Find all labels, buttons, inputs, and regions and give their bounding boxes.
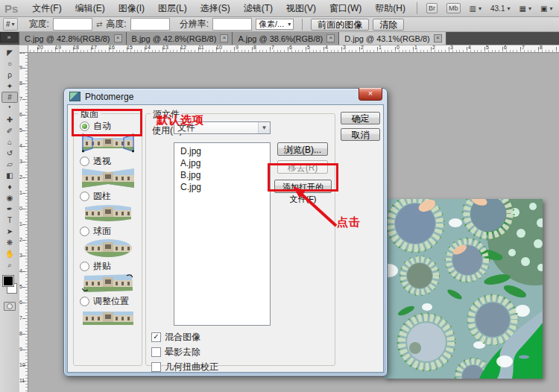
foreground-color-swatch[interactable] — [2, 275, 14, 287]
menu-item[interactable]: 滤镜(T) — [237, 3, 280, 13]
menu-item[interactable]: 视图(V) — [280, 3, 323, 13]
ruler-number: 6 — [19, 112, 22, 117]
document-tab-label: B.jpg @ 42.8%(RGB/8) — [132, 34, 217, 43]
close-tab-icon[interactable]: × — [326, 34, 335, 42]
radio-button[interactable] — [80, 192, 89, 201]
move-tool-icon[interactable]: ◤ — [1, 47, 19, 58]
menu-item[interactable]: 图像(I) — [112, 3, 151, 13]
clear-button[interactable]: 清除 — [373, 19, 404, 31]
ruler-number: 1 — [19, 190, 22, 195]
layout-option-radio-row[interactable]: 球面 — [74, 226, 142, 237]
document-image[interactable] — [384, 199, 543, 379]
pen-tool-icon[interactable]: ✒ — [1, 203, 19, 215]
blur-tool-icon[interactable]: ♦ — [1, 181, 19, 192]
layout-option-radio-row[interactable]: 透视 — [74, 156, 142, 167]
zoom-tool-icon[interactable]: ⌕ — [1, 259, 19, 271]
layout-option-radio-row[interactable]: 调整位置 — [74, 296, 142, 307]
dialog-title-bar[interactable]: Photomerge — [64, 89, 387, 104]
layout-option-thumbnail — [74, 203, 142, 223]
close-button[interactable]: × — [359, 88, 382, 101]
quick-selection-tool-icon[interactable]: ✦ — [1, 80, 19, 92]
checkbox-box[interactable] — [151, 347, 161, 357]
file-list-item[interactable]: A.jpg — [174, 157, 270, 169]
ruler-number: 3 — [19, 253, 22, 258]
file-list-item[interactable]: D.jpg — [174, 145, 270, 157]
checkbox-vignette-removal[interactable]: 晕影去除 — [151, 346, 200, 358]
layout-option-thumbnail — [74, 168, 142, 188]
checkbox-blend-images[interactable]: ✓混合图像 — [151, 331, 200, 344]
ruler-number: 0 — [397, 45, 399, 50]
height-input[interactable] — [130, 18, 170, 31]
gradient-tool-icon[interactable]: ◧ — [1, 170, 19, 181]
menu-item[interactable]: 图层(L) — [151, 3, 194, 13]
width-input[interactable] — [53, 18, 92, 31]
launch-bridge-icon-glyph: Br — [426, 3, 438, 13]
arrange-documents-icon[interactable]: ▦▾ — [519, 3, 531, 13]
document-tab[interactable]: D.jpg @ 43.1%(RGB/8)× — [339, 32, 446, 45]
file-list[interactable]: D.jpgA.jpgB.jpgC.jpg — [174, 142, 271, 326]
dodge-tool-icon[interactable]: ◉ — [1, 192, 19, 203]
screen-mode-icon[interactable]: ▣▾ — [540, 3, 552, 13]
marquee-tool-icon[interactable]: ○ — [1, 58, 19, 69]
cancel-button[interactable]: 取消 — [341, 128, 380, 141]
menu-item[interactable]: 编辑(E) — [69, 3, 112, 13]
document-tab[interactable]: C.jpg @ 42.8%(RGB/8)× — [19, 32, 127, 45]
type-tool-icon[interactable]: T — [1, 215, 19, 226]
layout-option-cylindrical: 圆柱 — [74, 191, 142, 226]
launch-bridge-icon[interactable]: Br — [426, 3, 438, 13]
file-list-item[interactable]: B.jpg — [174, 169, 270, 181]
layout-option-label: 圆柱 — [93, 190, 111, 203]
ok-button[interactable]: 确定 — [341, 112, 380, 124]
document-tab[interactable]: A.jpg @ 38.6%(RGB/8)× — [233, 32, 339, 45]
quick-mask-icon[interactable] — [4, 302, 16, 311]
ruler-number: 17 — [91, 45, 97, 50]
collapse-panels-icon[interactable]: » — [0, 32, 18, 42]
checkbox-box[interactable] — [151, 362, 161, 372]
swap-dimensions-icon[interactable]: ⇄ — [96, 20, 102, 28]
hand-tool-icon[interactable]: ✋ — [1, 248, 19, 259]
checkbox-box[interactable]: ✓ — [151, 332, 161, 342]
close-tab-icon[interactable]: × — [114, 34, 122, 42]
menu-item[interactable]: 帮助(H) — [368, 3, 412, 13]
radio-button[interactable] — [80, 157, 89, 166]
eyedropper-tool-icon[interactable]: ❜ — [1, 103, 19, 114]
radio-button[interactable] — [80, 227, 89, 236]
eraser-tool-icon[interactable]: ▱ — [1, 159, 19, 170]
view-extras-icon[interactable]: ▥▾ — [470, 3, 481, 13]
front-image-button[interactable]: 前面的图像 — [311, 19, 369, 31]
file-list-item[interactable]: C.jpg — [174, 181, 270, 193]
path-selection-tool-icon[interactable]: ➤ — [1, 226, 19, 237]
chevron-down-icon: ▾ — [288, 21, 291, 28]
layout-option-radio-row[interactable]: 拼贴 — [74, 261, 142, 272]
layout-option-spherical: 球面 — [74, 226, 142, 261]
resolution-input[interactable] — [212, 18, 252, 31]
resolution-label: 分辨率: — [180, 18, 209, 31]
history-brush-tool-icon[interactable]: ↺ — [1, 148, 19, 159]
collage-preview-image — [82, 274, 134, 293]
close-tab-icon[interactable]: × — [434, 34, 442, 42]
checkbox-label: 几何扭曲校正 — [165, 361, 218, 373]
brush-tool-icon[interactable]: ✐ — [1, 125, 19, 136]
document-tab[interactable]: B.jpg @ 42.8%(RGB/8)× — [127, 32, 233, 45]
launch-mini-bridge-icon[interactable]: Mb — [446, 3, 461, 13]
checkbox-geometric-distortion[interactable]: 几何扭曲校正 — [151, 361, 218, 373]
close-tab-icon[interactable]: × — [220, 34, 228, 42]
resolution-unit-select[interactable]: 像素/... ▾ — [256, 19, 294, 30]
menu-item[interactable]: 窗口(W) — [323, 3, 368, 13]
lasso-tool-icon[interactable]: ρ — [1, 69, 19, 80]
menu-item[interactable]: 文件(F) — [25, 3, 68, 13]
radio-button[interactable] — [80, 297, 89, 306]
ruler-number: 8 — [19, 331, 22, 336]
layout-option-radio-row[interactable]: 圆柱 — [74, 191, 142, 202]
radio-button[interactable] — [80, 262, 89, 271]
crop-tool-preset[interactable]: # ▾ — [3, 18, 18, 31]
browse-button[interactable]: 浏览(B)... — [277, 142, 328, 156]
ruler-number: 8 — [19, 80, 22, 86]
clone-stamp-tool-icon[interactable]: ⌂ — [1, 136, 19, 148]
crop-tool-icon[interactable]: # — [1, 92, 18, 103]
custom-shape-tool-icon[interactable]: ❋ — [1, 237, 19, 248]
healing-brush-tool-icon[interactable]: ✚ — [1, 114, 19, 125]
menu-item[interactable]: 选择(S) — [194, 3, 237, 13]
ruler-number: 11 — [19, 378, 25, 383]
zoom-level[interactable]: 43.1▾ — [490, 3, 510, 13]
